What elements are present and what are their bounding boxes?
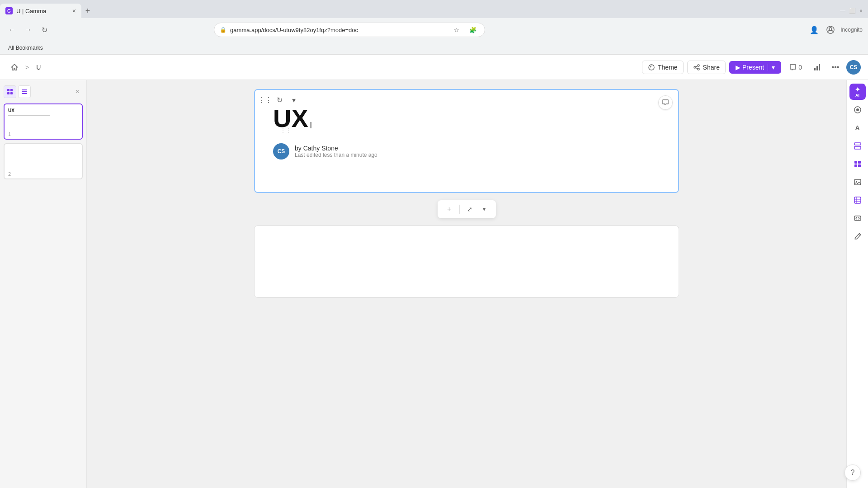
profile-icon[interactable]: 👤 bbox=[808, 23, 821, 36]
present-dropdown-arrow[interactable]: ▾ bbox=[768, 64, 775, 71]
draw-panel-button[interactable] bbox=[849, 228, 866, 244]
author-initials: CS bbox=[278, 148, 285, 155]
browser-tab[interactable]: G U | Gamma × bbox=[0, 4, 81, 18]
tab-close-btn[interactable]: × bbox=[72, 7, 76, 14]
maximize-button[interactable]: ⬜ bbox=[849, 8, 856, 14]
svg-rect-26 bbox=[854, 197, 861, 203]
last-edited-time: Last edited less than a minute ago bbox=[295, 152, 377, 158]
svg-rect-14 bbox=[22, 91, 27, 92]
text-panel-button[interactable]: A bbox=[849, 120, 866, 136]
more-options-button[interactable]: ••• bbox=[828, 60, 843, 75]
svg-rect-6 bbox=[814, 68, 816, 70]
svg-rect-18 bbox=[854, 143, 861, 145]
home-button[interactable] bbox=[7, 60, 22, 75]
avatar-initials: CS bbox=[850, 64, 858, 70]
svg-rect-11 bbox=[7, 92, 9, 94]
slide2-number: 2 bbox=[8, 171, 11, 177]
layout-panel-button[interactable] bbox=[849, 138, 866, 154]
slide-thumbnail-1[interactable]: UX 1 bbox=[4, 103, 83, 140]
breadcrumb-separator: > bbox=[25, 64, 29, 71]
back-button[interactable]: ← bbox=[5, 23, 18, 36]
svg-rect-21 bbox=[858, 161, 861, 164]
close-button[interactable]: × bbox=[859, 8, 863, 14]
breadcrumb-parent[interactable]: U bbox=[33, 62, 44, 73]
slide-card-1: ⋮⋮ ↻ ▾ ⋮⋮ UX | CS bbox=[254, 89, 679, 193]
blocks-panel-button[interactable] bbox=[849, 156, 866, 172]
slide1-thumb-title: UX bbox=[8, 108, 78, 113]
svg-rect-15 bbox=[22, 93, 27, 94]
embed-panel-button[interactable] bbox=[849, 210, 866, 226]
dropdown-arrow-icon: ▾ bbox=[483, 206, 486, 212]
panel-header: × bbox=[4, 84, 83, 100]
lock-icon: 🔒 bbox=[220, 27, 226, 33]
svg-rect-9 bbox=[7, 89, 9, 91]
slide-card-2 bbox=[254, 225, 679, 298]
help-button[interactable]: ? bbox=[844, 465, 861, 481]
slides-panel: × UX 1 2 bbox=[0, 80, 87, 488]
svg-point-3 bbox=[698, 65, 699, 66]
close-panel-button[interactable]: × bbox=[72, 86, 83, 97]
url-text: gamma.app/docs/U-utuw9ty82oy1fqz?mode=do… bbox=[230, 27, 447, 33]
svg-rect-24 bbox=[854, 179, 861, 185]
svg-point-2 bbox=[649, 65, 654, 70]
incognito-icon bbox=[824, 23, 837, 36]
author-avatar: CS bbox=[273, 143, 289, 160]
bookmarks-label: All Bookmarks bbox=[8, 45, 43, 51]
svg-point-4 bbox=[694, 66, 696, 68]
toolbar-divider bbox=[459, 205, 460, 214]
slide-thumbnail-2[interactable]: 2 bbox=[4, 143, 83, 179]
grid-view-button[interactable] bbox=[4, 85, 16, 98]
author-row: CS by Cathy Stone Last edited less than … bbox=[273, 143, 660, 160]
add-block-toolbar: + ⤢ ▾ bbox=[438, 200, 496, 218]
slide-comment-button[interactable] bbox=[658, 95, 673, 110]
ai-star-icon: ✦ bbox=[855, 86, 860, 93]
ai-panel-button[interactable]: ✦ AI bbox=[849, 84, 866, 100]
svg-rect-22 bbox=[854, 164, 857, 167]
comments-button[interactable]: 0 bbox=[785, 61, 807, 74]
drag-handle-icon[interactable]: ⋮⋮ bbox=[259, 94, 271, 106]
minimize-button[interactable]: — bbox=[840, 8, 845, 14]
present-label: Present bbox=[742, 64, 764, 71]
text-cursor: | bbox=[308, 121, 312, 128]
block-drag-handle[interactable]: ⋮⋮ bbox=[280, 127, 291, 133]
address-bar[interactable]: 🔒 gamma.app/docs/U-utuw9ty82oy1fqz?mode=… bbox=[214, 23, 485, 37]
ai-label: AI bbox=[855, 93, 859, 98]
svg-point-25 bbox=[856, 181, 857, 182]
slide1-thumb-line bbox=[8, 115, 50, 116]
slide-title[interactable]: UX | bbox=[273, 104, 660, 132]
svg-point-5 bbox=[698, 68, 699, 70]
theme-label: Theme bbox=[658, 64, 678, 71]
svg-rect-23 bbox=[858, 164, 861, 167]
svg-rect-19 bbox=[854, 146, 861, 149]
image-panel-button[interactable] bbox=[849, 174, 866, 190]
svg-rect-8 bbox=[819, 64, 820, 70]
svg-rect-12 bbox=[10, 92, 13, 94]
extension-icon[interactable]: 🧩 bbox=[467, 23, 479, 36]
move-icon: ⤢ bbox=[467, 206, 472, 213]
share-button[interactable]: Share bbox=[687, 61, 726, 74]
theme-button[interactable]: Theme bbox=[642, 61, 684, 74]
new-tab-button[interactable]: + bbox=[81, 5, 94, 17]
bookmarks-bar-item[interactable]: All Bookmarks bbox=[5, 44, 46, 52]
plus-icon: + bbox=[447, 205, 451, 213]
comments-count: 0 bbox=[798, 64, 802, 71]
user-avatar-button[interactable]: CS bbox=[846, 60, 861, 75]
bookmark-star-icon[interactable]: ☆ bbox=[450, 23, 463, 36]
slide1-number: 1 bbox=[8, 131, 11, 137]
present-button[interactable]: ▶ Present ▾ bbox=[729, 61, 781, 74]
canvas-area: ⋮⋮ ↻ ▾ ⋮⋮ UX | CS bbox=[87, 80, 846, 488]
incognito-label: Incognito bbox=[840, 27, 863, 33]
theme-panel-button[interactable] bbox=[849, 102, 866, 118]
block-type-dropdown[interactable]: ▾ bbox=[478, 203, 491, 216]
list-view-button[interactable] bbox=[18, 85, 31, 98]
forward-button[interactable]: → bbox=[22, 23, 34, 36]
reload-button[interactable]: ↻ bbox=[38, 23, 51, 36]
author-name: by Cathy Stone bbox=[295, 145, 377, 152]
analytics-button[interactable] bbox=[810, 60, 825, 75]
move-block-button[interactable]: ⤢ bbox=[463, 203, 476, 216]
table-panel-button[interactable] bbox=[849, 192, 866, 208]
svg-point-1 bbox=[829, 28, 832, 30]
svg-rect-10 bbox=[10, 89, 13, 91]
svg-rect-7 bbox=[816, 66, 818, 70]
add-block-button[interactable]: + bbox=[443, 203, 456, 216]
